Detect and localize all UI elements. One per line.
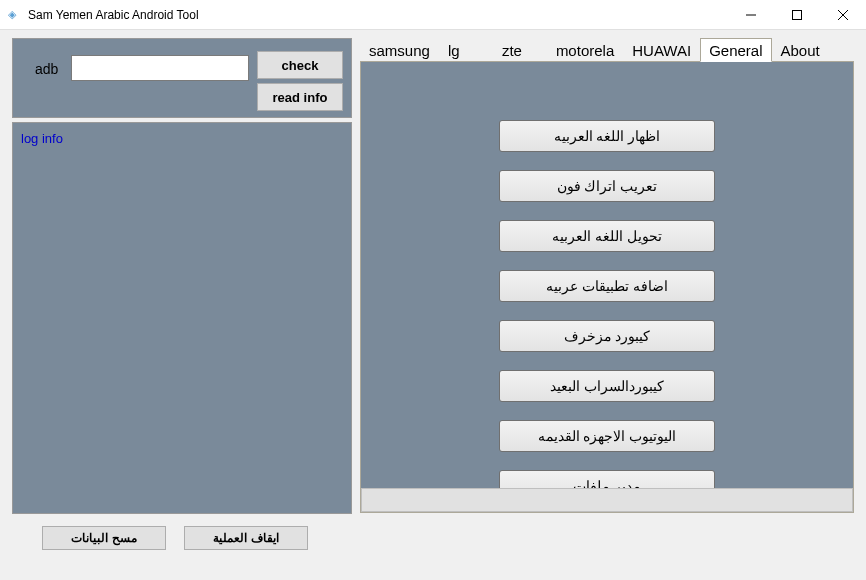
tabstrip: samsung lg zte motorela HUAWAI General A… xyxy=(360,38,854,62)
add-arabic-apps-button[interactable]: اضافه تطبيقات عربيه xyxy=(499,270,715,302)
minimize-icon xyxy=(746,10,756,20)
titlebar: ◈ Sam Yemen Arabic Android Tool xyxy=(0,0,866,30)
maximize-button[interactable] xyxy=(774,0,820,30)
stop-process-button[interactable]: ايقاف العملية xyxy=(184,526,308,550)
svg-rect-1 xyxy=(793,10,802,19)
status-bar xyxy=(361,488,853,512)
decorated-keyboard-button[interactable]: كيبورد مزخرف xyxy=(499,320,715,352)
log-panel: log info xyxy=(12,122,352,514)
adb-panel: adb check read info xyxy=(12,38,352,118)
minimize-button[interactable] xyxy=(728,0,774,30)
tab-samsung[interactable]: samsung xyxy=(360,38,439,62)
close-icon xyxy=(838,10,848,20)
sarab-keyboard-button[interactable]: كيبوردالسراب البعيد xyxy=(499,370,715,402)
adb-input[interactable] xyxy=(71,55,249,81)
general-actions: اظهار اللغه العربيه تعريب اتراك فون تحوي… xyxy=(499,120,715,502)
adb-label: adb xyxy=(35,61,58,77)
clear-data-button[interactable]: مسح البيانات xyxy=(42,526,166,550)
right-panel: samsung lg zte motorela HUAWAI General A… xyxy=(360,38,854,513)
tab-motorela[interactable]: motorela xyxy=(547,38,623,62)
convert-arabic-button[interactable]: تحويل اللغه العربيه xyxy=(499,220,715,252)
maximize-icon xyxy=(792,10,802,20)
tab-content-general: اظهار اللغه العربيه تعريب اتراك فون تحوي… xyxy=(360,61,854,513)
tab-about[interactable]: About xyxy=(772,38,829,62)
tab-zte[interactable]: zte xyxy=(493,38,547,62)
tab-general[interactable]: General xyxy=(700,38,771,62)
left-panel: adb check read info log info مسح البيانا… xyxy=(12,38,352,550)
tab-lg[interactable]: lg xyxy=(439,38,493,62)
bottom-buttons: مسح البيانات ايقاف العملية xyxy=(12,526,352,550)
app-icon: ◈ xyxy=(8,8,22,22)
check-button[interactable]: check xyxy=(257,51,343,79)
youtube-old-button[interactable]: اليوتيوب الاجهزه القديمه xyxy=(499,420,715,452)
log-info-label: log info xyxy=(21,131,63,146)
arabize-trackphone-button[interactable]: تعريب اتراك فون xyxy=(499,170,715,202)
read-info-button[interactable]: read info xyxy=(257,83,343,111)
window-title: Sam Yemen Arabic Android Tool xyxy=(28,8,728,22)
tab-huawai[interactable]: HUAWAI xyxy=(623,38,700,62)
show-arabic-button[interactable]: اظهار اللغه العربيه xyxy=(499,120,715,152)
close-button[interactable] xyxy=(820,0,866,30)
window-controls xyxy=(728,0,866,30)
workspace: adb check read info log info مسح البيانا… xyxy=(0,30,866,580)
